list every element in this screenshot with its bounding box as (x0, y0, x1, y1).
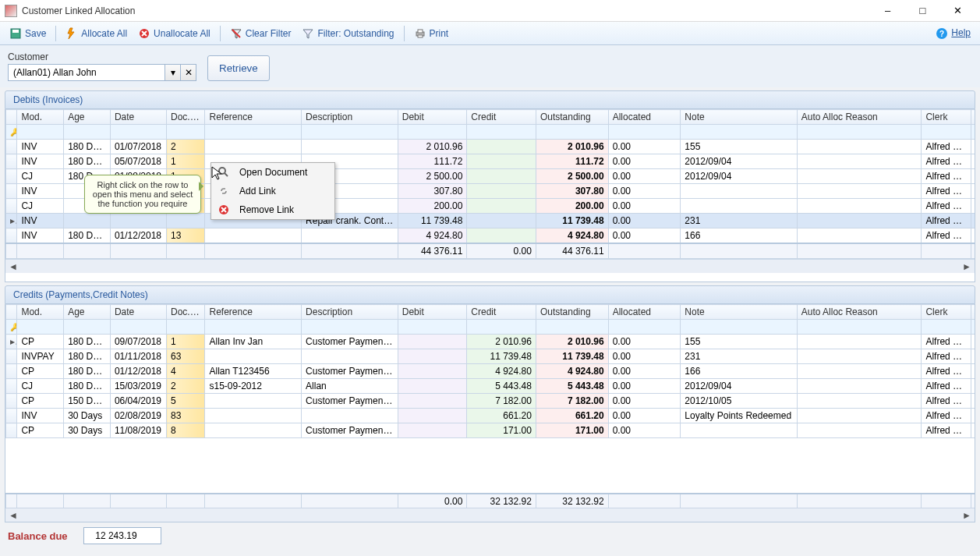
clear-filter-icon (230, 27, 242, 40)
customer-row: Customer ▾ ✕ Retrieve (0, 45, 980, 87)
svg-text:?: ? (939, 30, 944, 38)
print-icon (414, 27, 426, 40)
svg-line-9 (225, 173, 228, 176)
customer-combo[interactable]: ▾ ✕ (8, 64, 196, 81)
main-toolbar: Save Allocate All Unallocate All Clear F… (0, 22, 980, 45)
link-icon (216, 185, 232, 197)
balance-label: Balance due (8, 530, 68, 542)
table-row[interactable]: CP180 Days01/12/20184Allan T123456Custom… (6, 364, 975, 379)
ctx-open-document[interactable]: Open Document (211, 163, 334, 182)
allocate-all-button[interactable]: Allocate All (61, 25, 132, 42)
window-title: Customer Linked Allocation (22, 5, 870, 16)
debits-panel-title: Debits (Invoices) (5, 90, 975, 109)
filter-row[interactable]: 🔑 (6, 125, 975, 140)
table-row[interactable]: CP150 Days06/04/20195Customer Payment: .… (6, 394, 975, 409)
app-icon (5, 5, 17, 17)
remove-icon (138, 27, 150, 40)
table-row[interactable]: INV30 Days02/08/201983661.20661.200.00Lo… (6, 409, 975, 423)
minimize-button[interactable]: – (870, 0, 905, 22)
svg-point-8 (219, 168, 225, 174)
table-row[interactable]: CJ180 Days15/03/20192s15-09-2012Allan5 4… (6, 379, 975, 394)
search-icon (216, 166, 232, 179)
svg-rect-4 (418, 30, 423, 33)
header-row[interactable]: Mod.AgeDate Doc. NoReferenceDescription … (6, 305, 975, 320)
customer-input[interactable] (9, 65, 165, 80)
debits-hscroll[interactable]: ◄► (5, 259, 975, 273)
table-row[interactable]: INV180 Days01/07/201822 010.962 010.960.… (6, 140, 975, 154)
debits-sum-row: 44 376.11 0.00 44 376.11 (6, 243, 975, 259)
header-row[interactable]: Mod.AgeDate Doc. NoReferenceDescription … (6, 110, 975, 125)
save-button[interactable]: Save (5, 25, 51, 42)
titlebar: Customer Linked Allocation – □ ✕ (0, 0, 980, 22)
table-row[interactable]: INVPAY180 Days01/11/20186311 739.4811 73… (6, 349, 975, 364)
clear-icon[interactable]: ✕ (180, 65, 196, 80)
help-button[interactable]: ? Help (931, 25, 975, 42)
bolt-icon (65, 27, 78, 40)
credits-sum-row: 0.00 32 132.92 32 132.92 (6, 494, 975, 508)
clear-filter-button[interactable]: Clear Filter (225, 25, 296, 42)
ctx-remove-link[interactable]: Remove Link (211, 200, 334, 219)
balance-row: Balance due 12 243.19 (8, 527, 972, 544)
balance-value: 12 243.19 (83, 527, 161, 544)
tooltip-callout: Right click on the row to open this menu… (84, 175, 201, 214)
table-row[interactable]: ▸INVRepair crank. Contac...11 739.4811 7… (6, 214, 975, 228)
context-menu: Open Document Add Link Remove Link (211, 162, 335, 220)
dropdown-icon[interactable]: ▾ (165, 65, 180, 80)
unallocate-all-button[interactable]: Unallocate All (133, 25, 215, 42)
credits-grid[interactable]: Mod.AgeDate Doc. NoReferenceDescription … (5, 304, 975, 438)
filter-outstanding-button[interactable]: Filter: Outstanding (297, 25, 398, 42)
table-row[interactable]: ▸CP180 Days09/07/20181Allan Inv JanCusto… (6, 335, 975, 349)
retrieve-button[interactable]: Retrieve (207, 55, 270, 81)
remove-link-icon (216, 204, 232, 216)
filter-row[interactable]: 🔑 (6, 320, 975, 335)
credits-panel-title: Credits (Payments,Credit Notes) (5, 285, 975, 304)
save-icon (9, 27, 22, 40)
customer-label: Customer (8, 51, 196, 62)
funnel-icon (302, 27, 314, 40)
print-button[interactable]: Print (409, 25, 454, 42)
svg-rect-1 (12, 30, 19, 33)
credits-hscroll[interactable]: ◄► (5, 508, 975, 522)
ctx-add-link[interactable]: Add Link (211, 182, 334, 200)
svg-rect-5 (418, 35, 423, 37)
table-row[interactable]: INV180 Days05/07/20181111.72111.720.0020… (6, 154, 975, 169)
close-button[interactable]: ✕ (940, 0, 975, 22)
table-row[interactable]: CP30 Days11/08/20198Customer Payment: ..… (6, 423, 975, 438)
maximize-button[interactable]: □ (905, 0, 940, 22)
help-icon: ? (936, 27, 948, 40)
credits-grid-wrap: Mod.AgeDate Doc. NoReferenceDescription … (5, 304, 975, 522)
table-row[interactable]: INV180 Days01/12/2018134 924.804 924.800… (6, 228, 975, 244)
